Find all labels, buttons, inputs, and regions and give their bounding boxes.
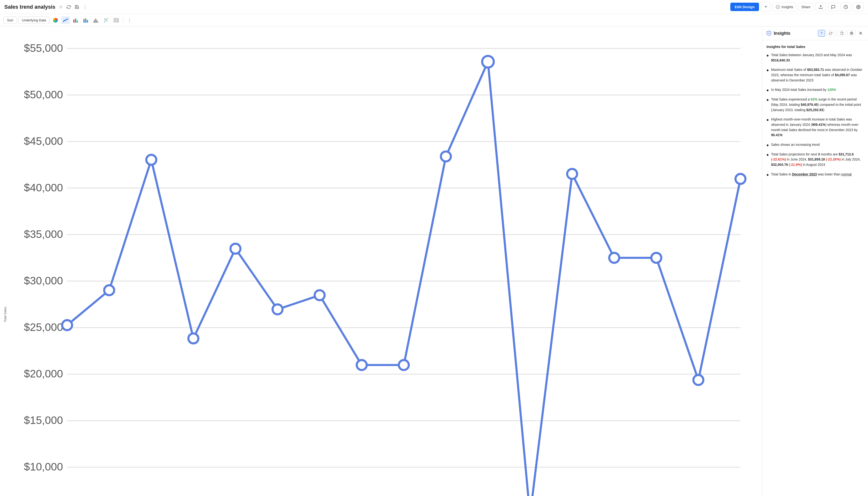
svg-rect-6 (75, 18, 76, 23)
close-insights-button[interactable]: ✕ (857, 30, 864, 37)
svg-point-1 (778, 6, 779, 7)
svg-rect-5 (73, 19, 75, 23)
add-button[interactable]: + (761, 2, 771, 12)
favorite-button[interactable]: ☆ (58, 3, 64, 11)
svg-point-4 (858, 6, 859, 7)
more-button[interactable]: ⋮ (82, 3, 88, 11)
history-button[interactable] (840, 3, 851, 11)
data-point[interactable] (272, 305, 282, 314)
refresh-button[interactable] (65, 4, 72, 10)
chart-svg-container: $55,000 $50,000 $45,000 $40,000 $35,000 … (9, 31, 757, 496)
share-label: Share (802, 5, 810, 9)
upload-button[interactable] (816, 3, 826, 11)
pie-chart-icon (53, 18, 58, 23)
settings-button[interactable] (853, 3, 864, 11)
refresh-insights-button[interactable] (826, 30, 835, 36)
insight-text-7: Total Sales projections for next 3 month… (771, 152, 864, 168)
svg-rect-17 (97, 21, 98, 23)
insights-header-label: Insights (781, 5, 793, 9)
insight-item-5: ◆ Highest month-over-month increase in t… (766, 117, 864, 138)
svg-rect-13 (93, 21, 94, 23)
line-chart-svg: $55,000 $50,000 $45,000 $40,000 $35,000 … (9, 31, 757, 496)
data-point[interactable] (315, 290, 324, 300)
insight-underline: December 2023 (792, 172, 817, 176)
data-point[interactable] (567, 169, 577, 179)
svg-point-20 (106, 19, 107, 20)
insights-header-button[interactable]: Insights (773, 3, 796, 11)
svg-text:$20,000: $20,000 (24, 368, 63, 379)
upload-icon (819, 5, 823, 9)
toolbar-more-button[interactable]: ⋮ (126, 16, 133, 24)
svg-rect-16 (96, 20, 97, 23)
insight-diamond-1: ◆ (766, 53, 769, 58)
insight-red: (-21.9%) (788, 163, 802, 167)
insight-bold: $25,292.93 (806, 108, 823, 112)
insights-body: Insights for total Sales ◆ Total Sales b… (762, 40, 868, 496)
data-point[interactable] (651, 253, 661, 263)
document-button[interactable] (838, 30, 846, 36)
data-point[interactable] (104, 285, 114, 295)
data-point[interactable] (399, 360, 409, 370)
insight-item-6: ◆ Sales shows an increasing trend (766, 142, 864, 148)
svg-text:$40,000: $40,000 (24, 182, 63, 193)
insight-bold: $53,583.71 (807, 68, 824, 72)
line-chart-button[interactable] (61, 16, 70, 24)
globe-icon (850, 32, 853, 35)
toolbar: Sort Underlying Data (0, 14, 868, 27)
svg-rect-7 (77, 20, 78, 23)
map-button[interactable] (112, 16, 121, 24)
insight-diamond-3: ◆ (766, 88, 769, 93)
insight-bold: $31,858.18 (808, 157, 825, 161)
insights-header-right: T ✕ (818, 30, 864, 37)
data-point[interactable] (62, 320, 72, 330)
main-area: Total Sales (0, 27, 868, 496)
sort-button[interactable]: Sort (3, 17, 17, 24)
line-chart-path (67, 62, 741, 496)
text-format-button[interactable]: T (818, 30, 825, 37)
data-point[interactable] (441, 151, 451, 161)
pie-chart-button[interactable] (51, 16, 60, 24)
insight-green: 120% (827, 88, 836, 92)
edit-design-button[interactable]: Edit Design (730, 3, 759, 11)
insight-text-8: Total Sales in December 2023 was lower t… (771, 172, 864, 177)
data-point[interactable] (188, 334, 198, 343)
save-button[interactable] (74, 4, 80, 10)
share-button[interactable]: Share (798, 3, 813, 11)
comment-icon (831, 5, 835, 9)
comment-button[interactable] (828, 3, 839, 11)
insight-bold: $31,712.6 (839, 152, 854, 156)
chart-area: Total Sales (0, 27, 762, 496)
scatter-button[interactable] (102, 16, 110, 24)
insights-section-title: Insights for total Sales (766, 45, 864, 49)
svg-point-19 (105, 20, 106, 21)
svg-rect-15 (95, 18, 96, 23)
insight-text-1: Total Sales between January 2023 and May… (771, 52, 864, 63)
data-point[interactable] (230, 244, 240, 253)
underlying-data-button[interactable]: Underlying Data (18, 17, 50, 24)
insight-diamond-8: ◆ (766, 173, 769, 177)
data-point[interactable] (735, 174, 745, 184)
svg-text:$25,000: $25,000 (24, 321, 63, 333)
insight-green: 62% (811, 97, 817, 101)
bar-chart-button[interactable] (71, 16, 80, 24)
insight-item-8: ◆ Total Sales in December 2023 was lower… (766, 172, 864, 177)
map-icon (113, 18, 119, 23)
data-point[interactable] (146, 155, 156, 165)
svg-point-22 (104, 18, 105, 19)
y-axis-label: Total Sales (2, 31, 8, 496)
histogram-button[interactable] (92, 16, 100, 24)
insight-bold: $40,979.45 (801, 103, 818, 107)
insights-icon (776, 5, 780, 9)
data-point[interactable] (609, 253, 619, 263)
data-point[interactable] (356, 360, 366, 370)
insight-diamond-2: ◆ (766, 68, 769, 73)
insight-underline-2: normal (841, 172, 852, 176)
chart-wrapper: Total Sales (2, 31, 757, 496)
data-point-max[interactable] (482, 56, 494, 67)
header-icons: ☆ ⋮ (58, 3, 88, 11)
data-point[interactable] (694, 375, 703, 385)
globe-button[interactable] (848, 30, 856, 36)
document-icon (840, 32, 844, 35)
stacked-bar-button[interactable] (81, 16, 90, 24)
header-right: Edit Design + Insights Share (730, 2, 864, 12)
